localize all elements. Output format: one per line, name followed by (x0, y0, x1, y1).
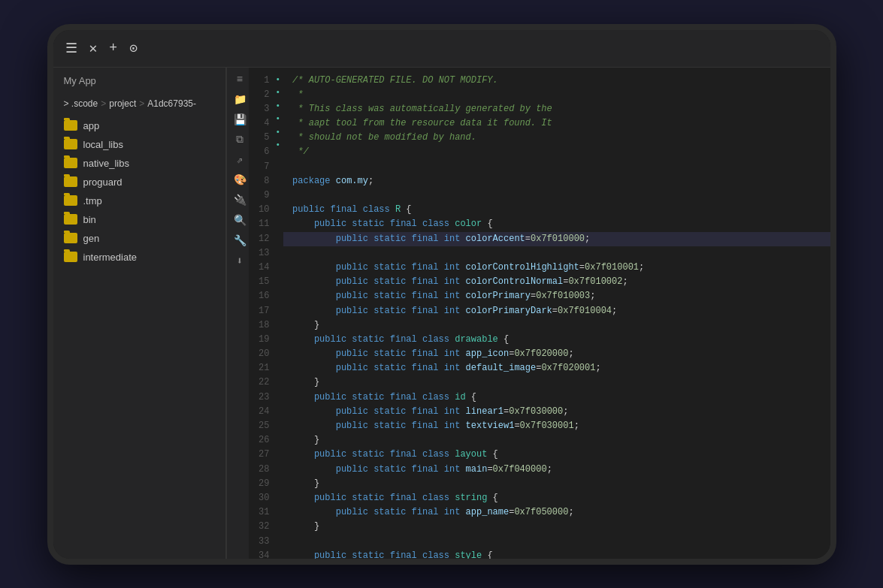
sidebar-item-gen[interactable]: gen (53, 229, 225, 248)
sidebar-item-proguard-label: proguard (83, 176, 122, 188)
action-download-icon[interactable]: ⬇ (231, 253, 249, 269)
close-icon[interactable]: ✕ (89, 40, 98, 56)
app-title: My App (53, 68, 225, 94)
action-save-icon[interactable]: 💾 (231, 112, 249, 128)
folder-icon-bin (64, 214, 77, 225)
sidebar-item-native-libs-label: native_libs (83, 158, 129, 169)
main-content: My App > .scode > project > A1dc67935- a… (53, 68, 830, 559)
folder-icon-local-libs (64, 139, 77, 149)
action-paint-icon[interactable]: 🎨 (231, 172, 249, 188)
breadcrumb-part-2[interactable]: project (109, 98, 136, 109)
title-bar: ☰ ✕ + ⊙ (53, 30, 830, 68)
sidebar-item-local-libs-label: local_libs (83, 139, 123, 150)
folder-icon-proguard (64, 176, 77, 187)
action-search-icon[interactable]: 🔍 (231, 213, 249, 228)
action-list-icon[interactable]: ≡ (231, 72, 249, 87)
sidebar-item-native-libs[interactable]: native_libs (53, 154, 225, 173)
folder-icon-intermediate (64, 252, 77, 262)
action-folder-icon[interactable]: 📁 (231, 92, 249, 107)
breadcrumb-part-3[interactable]: A1dc67935- (147, 98, 196, 109)
sidebar-item-gen-label: gen (83, 233, 100, 244)
code-editor[interactable]: /* AUTO-GENERATED FILE. DO NOT MODIFY. *… (283, 68, 830, 559)
sidebar-item-app[interactable]: app (53, 116, 225, 135)
folder-icon-gen (64, 233, 77, 243)
file-tree: app local_libs native_libs proguard (53, 113, 225, 270)
sidebar-item-app-label: app (83, 120, 100, 131)
action-copy-icon[interactable]: ⧉ (231, 132, 249, 147)
sidebar: My App > .scode > project > A1dc67935- a… (53, 68, 226, 559)
sidebar-item-intermediate[interactable]: intermediate (53, 248, 225, 267)
editor-area: 12345 678910 1112131415 1617181920 21222… (249, 68, 830, 559)
folder-icon-native-libs (64, 158, 77, 168)
action-share-icon[interactable]: ⇗ (231, 152, 249, 167)
device-frame: ☰ ✕ + ⊙ My App > .scode > project > A1dc… (47, 24, 836, 565)
breadcrumb-part-1[interactable]: > .scode (64, 98, 98, 109)
line-numbers: 12345 678910 1112131415 1617181920 21222… (249, 68, 273, 559)
sidebar-item-proguard[interactable]: proguard (53, 173, 225, 191)
action-wrench-icon[interactable]: 🔧 (231, 233, 249, 249)
menu-icon[interactable]: ☰ (65, 40, 77, 56)
sidebar-item-local-libs[interactable]: local_libs (53, 135, 225, 154)
sidebar-item-bin[interactable]: bin (53, 210, 225, 229)
folder-icon-tmp (64, 195, 77, 206)
action-plugin-icon[interactable]: 🔌 (231, 192, 249, 208)
breadcrumb: > .scode > project > A1dc67935- (53, 94, 225, 113)
settings-icon[interactable]: ⊙ (129, 40, 138, 56)
code-container[interactable]: 12345 678910 1112131415 1617181920 21222… (249, 68, 830, 559)
add-icon[interactable]: + (109, 41, 117, 56)
sidebar-item-intermediate-label: intermediate (83, 252, 138, 263)
sidebar-item-bin-label: bin (83, 214, 96, 225)
sidebar-item-tmp[interactable]: .tmp (53, 191, 225, 210)
fold-dots: • • • • • • (273, 68, 284, 559)
sidebar-item-tmp-label: .tmp (83, 195, 102, 207)
folder-icon-app (64, 120, 77, 131)
sidebar-panel: My App > .scode > project > A1dc67935- a… (53, 68, 249, 559)
